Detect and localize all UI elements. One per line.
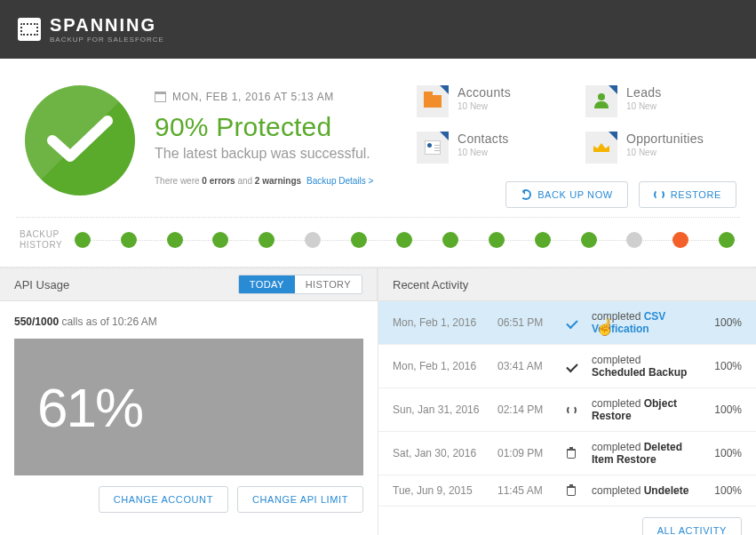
recent-activity-panel: Recent Activity Mon, Feb 1, 201606:51 PM… <box>378 268 756 535</box>
backup-icon <box>521 189 531 200</box>
history-dot[interactable] <box>259 232 275 248</box>
lower-panels: API Usage TODAY HISTORY 550/1000 calls a… <box>0 268 756 535</box>
calendar-icon <box>155 92 166 102</box>
history-dot[interactable] <box>396 232 412 248</box>
protected-headline: 90% Protected <box>155 112 373 142</box>
brand-tagline: BACKUP FOR SALESFORCE <box>50 36 164 44</box>
activity-percent: 100% <box>704 484 742 497</box>
check-icon <box>566 360 577 371</box>
activity-date: Sat, Jan 30, 2016 <box>393 447 490 459</box>
checkmark-icon <box>47 114 113 165</box>
history-dot[interactable] <box>672 232 688 248</box>
history-label: BACKUP HISTORY <box>20 229 73 251</box>
history-dot[interactable] <box>626 232 642 248</box>
activity-row[interactable]: Mon, Feb 1, 201606:51 PMcompleted CSV Ve… <box>378 301 756 345</box>
activity-name: completed Undelete <box>592 484 697 497</box>
activity-time: 11:45 AM <box>497 484 560 497</box>
change-api-limit-button[interactable]: CHANGE API LIMIT <box>237 486 363 513</box>
api-usage-percent: 61% <box>37 376 142 439</box>
activity-time: 06:51 PM <box>497 316 560 329</box>
history-dot[interactable] <box>535 232 551 248</box>
check-icon <box>566 316 577 328</box>
activity-time: 02:14 PM <box>497 403 560 416</box>
activity-time: 03:41 AM <box>497 360 560 372</box>
api-usage-box: 61% <box>14 339 363 475</box>
history-dot[interactable] <box>442 232 458 248</box>
activity-percent: 100% <box>704 360 742 372</box>
all-activity-button[interactable]: ALL ACTIVITY <box>642 517 742 535</box>
history-dot[interactable] <box>75 232 91 248</box>
hero-section: MON, FEB 1, 2016 AT 5:13 AM 90% Protecte… <box>0 59 756 217</box>
history-dot[interactable] <box>719 232 735 248</box>
restore-icon <box>654 189 664 200</box>
activity-row[interactable]: Sat, Jan 30, 201601:09 PMcompleted Delet… <box>378 432 756 475</box>
history-dot[interactable] <box>121 232 137 248</box>
api-tabs: TODAY HISTORY <box>238 275 362 294</box>
backup-subtitle: The latest backup was successful. <box>155 146 373 162</box>
restore-button[interactable]: RESTORE <box>639 181 736 208</box>
history-dot[interactable] <box>489 232 505 248</box>
backup-datetime: MON, FEB 1, 2016 AT 5:13 AM <box>155 91 373 103</box>
activity-panel-title: Recent Activity <box>393 278 468 291</box>
top-bar: SPANNING BACKUP FOR SALESFORCE <box>0 0 756 59</box>
history-dots <box>73 232 736 248</box>
status-badge <box>25 85 135 196</box>
activity-date: Tue, Jun 9, 2015 <box>393 484 490 497</box>
activity-percent: 100% <box>704 403 742 416</box>
activity-row[interactable]: Sun, Jan 31, 201602:14 PMcompleted Objec… <box>378 388 756 432</box>
change-account-button[interactable]: CHANGE ACCOUNT <box>99 486 228 513</box>
user-icon <box>585 85 617 117</box>
activity-percent: 100% <box>704 447 742 459</box>
activity-date: Mon, Feb 1, 2016 <box>393 360 490 372</box>
history-dot[interactable] <box>212 232 228 248</box>
folder-icon <box>417 85 449 117</box>
brand-name: SPANNING <box>50 16 164 34</box>
tab-history[interactable]: HISTORY <box>295 275 362 293</box>
history-dot[interactable] <box>305 232 321 248</box>
card-accounts[interactable]: Accounts10 New <box>417 85 568 117</box>
tab-today[interactable]: TODAY <box>239 275 295 293</box>
api-panel-title: API Usage <box>14 278 69 291</box>
backup-history-track: BACKUP HISTORY <box>0 217 756 268</box>
activity-name: completed Object Restore <box>592 397 697 422</box>
sync-icon <box>567 405 577 415</box>
card-opportunities[interactable]: Opportunities10 New <box>585 132 736 164</box>
history-dot[interactable] <box>581 232 597 248</box>
crown-icon <box>585 132 617 164</box>
logo-icon <box>18 18 41 41</box>
activity-date: Sun, Jan 31, 2016 <box>393 403 490 416</box>
error-warning-line: There were 0 errors and 2 warningsBackup… <box>155 176 373 186</box>
api-usage-panel: API Usage TODAY HISTORY 550/1000 calls a… <box>0 268 378 535</box>
activity-name: completed Deleted Item Restore <box>592 441 697 466</box>
activity-name: completed Scheduled Backup <box>592 354 697 379</box>
activity-date: Mon, Feb 1, 2016 <box>393 316 490 329</box>
card-contacts[interactable]: Contacts10 New <box>417 132 568 164</box>
api-calls-line: 550/1000 calls as of 10:26 AM <box>14 315 363 328</box>
brand-text: SPANNING BACKUP FOR SALESFORCE <box>50 16 164 44</box>
trash-icon <box>567 486 576 496</box>
activity-row[interactable]: Tue, Jun 9, 201511:45 AMcompleted Undele… <box>378 475 756 507</box>
back-up-now-button[interactable]: BACK UP NOW <box>505 181 628 208</box>
activity-percent: 100% <box>704 316 742 329</box>
card-leads[interactable]: Leads10 New <box>585 85 736 117</box>
activity-rows: Mon, Feb 1, 201606:51 PMcompleted CSV Ve… <box>378 301 756 507</box>
summary-cards: Accounts10 New Leads10 New Contacts10 Ne… <box>417 85 736 164</box>
activity-time: 01:09 PM <box>497 447 560 459</box>
history-dot[interactable] <box>167 232 183 248</box>
history-dot[interactable] <box>351 232 367 248</box>
trash-icon <box>567 449 576 459</box>
activity-name: completed CSV Verification <box>592 310 697 335</box>
backup-details-link[interactable]: Backup Details > <box>306 176 373 186</box>
contact-card-icon <box>417 132 449 164</box>
activity-row[interactable]: Mon, Feb 1, 201603:41 AMcompleted Schedu… <box>378 345 756 388</box>
